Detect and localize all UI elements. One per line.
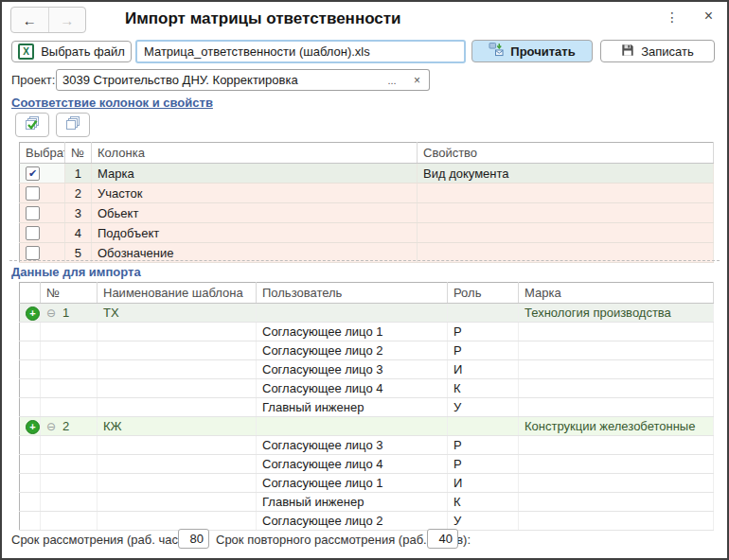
mapping-section-title[interactable]: Соответствие колонок и свойств xyxy=(11,96,213,110)
template-group-row[interactable]: +⊖1ТХТехнология производства xyxy=(20,304,714,323)
row-number: 4 xyxy=(65,223,92,243)
project-field[interactable]: 3039 Строительство ДНУ. Корректировка xyxy=(56,69,380,91)
unchecked-checkbox[interactable] xyxy=(26,226,40,240)
property-name xyxy=(418,184,714,203)
column-name: Обьект xyxy=(92,203,418,223)
user-name: Согласующее лицо 2 xyxy=(257,341,448,360)
mapping-row[interactable]: ✔1МаркаВид документа xyxy=(20,164,714,184)
add-cell: + xyxy=(20,304,41,323)
column-mapping-table: Выбрать № Колонка Свойство ✔1МаркаВид до… xyxy=(19,142,714,263)
choose-file-button[interactable]: X Выбрать файл xyxy=(11,41,132,62)
user-role-row[interactable]: Главный инженерУ xyxy=(20,398,714,417)
project-clear-button[interactable]: × xyxy=(405,69,430,91)
page-title: Импорт матрицы ответственности xyxy=(125,9,401,28)
user-role-row[interactable]: Главный инженерК xyxy=(20,493,714,512)
header-number: № xyxy=(65,143,92,164)
forward-arrow-icon: → xyxy=(60,12,74,28)
row-number: 2 xyxy=(65,184,92,203)
user-role-row[interactable]: Согласующее лицо 2Р xyxy=(20,341,714,360)
group-number-cell: ⊖1 xyxy=(41,304,98,323)
flags-toolbar xyxy=(15,113,90,137)
import-section-title: Данные для импорта xyxy=(11,265,141,279)
re-review-hours-input[interactable]: 40 xyxy=(427,529,458,549)
template-marka: Конструкции железобетонные xyxy=(519,417,714,436)
user-role-row[interactable]: Согласующее лицо 1Р xyxy=(20,323,714,341)
user-role-row[interactable]: Согласующее лицо 3И xyxy=(20,360,714,379)
group-number: 2 xyxy=(62,419,69,433)
user-name: Согласующее лицо 1 xyxy=(257,323,448,341)
save-floppy-icon xyxy=(621,44,634,60)
forward-button[interactable]: → xyxy=(49,8,86,32)
column-name: Участок xyxy=(92,184,418,203)
role-value: К xyxy=(448,379,519,398)
collapse-icon[interactable]: ⊖ xyxy=(46,420,56,433)
project-choose-button[interactable]: ... xyxy=(379,69,406,91)
row-number: 1 xyxy=(65,164,92,184)
mapping-row[interactable]: 3Обьект xyxy=(20,203,714,223)
write-button[interactable]: Записать xyxy=(600,40,715,62)
select-cell[interactable]: ✔ xyxy=(20,164,65,184)
role-value: У xyxy=(448,398,519,417)
group-number: 1 xyxy=(62,306,69,320)
import-responsibility-matrix-window: ← → Импорт матрицы ответственности ⋮ × X… xyxy=(0,0,729,560)
user-name: Согласующее лицо 2 xyxy=(257,512,448,531)
user-role-row[interactable]: Согласующее лицо 3Р xyxy=(20,436,714,455)
checked-checkbox[interactable]: ✔ xyxy=(26,166,40,181)
section-splitter[interactable] xyxy=(9,260,720,261)
user-name: Согласующее лицо 3 xyxy=(257,436,448,455)
header-template: Наименование шаблона xyxy=(98,283,257,304)
user-name: Главный инженер xyxy=(257,493,448,512)
template-name: КЖ xyxy=(98,417,257,436)
more-menu-icon[interactable]: ⋮ xyxy=(666,9,680,25)
property-name xyxy=(418,223,714,243)
user-name: Согласующее лицо 3 xyxy=(257,360,448,379)
add-icon[interactable]: + xyxy=(26,420,40,434)
column-name: Марка xyxy=(92,164,418,184)
collapse-icon[interactable]: ⊖ xyxy=(46,306,56,320)
header-select: Выбрать xyxy=(20,143,65,164)
template-name: ТХ xyxy=(98,304,257,323)
role-value: Р xyxy=(448,341,519,360)
unchecked-checkbox[interactable] xyxy=(26,206,40,220)
role-value: К xyxy=(448,493,519,512)
add-cell: + xyxy=(20,417,41,436)
select-cell[interactable] xyxy=(20,184,65,203)
read-envelope-icon xyxy=(489,43,504,60)
role-value: Р xyxy=(448,323,519,341)
row-number: 3 xyxy=(65,203,92,223)
role-value: И xyxy=(448,474,519,493)
unchecked-checkbox[interactable] xyxy=(26,186,40,201)
user-role-row[interactable]: Согласующее лицо 4Р xyxy=(20,455,714,474)
set-all-flags-button[interactable] xyxy=(15,113,49,137)
unchecked-checkbox[interactable] xyxy=(26,246,40,260)
mapping-row[interactable]: 2Участок xyxy=(20,184,714,203)
user-role-row[interactable]: Согласующее лицо 2У xyxy=(20,512,714,531)
select-cell[interactable] xyxy=(20,203,65,223)
back-arrow-icon: ← xyxy=(23,12,37,28)
review-hours-input[interactable]: 80 xyxy=(178,529,209,549)
close-icon[interactable]: × xyxy=(704,8,713,25)
import-table-body: +⊖1ТХТехнология производстваСогласующее … xyxy=(20,304,714,531)
read-label: Прочитать xyxy=(510,44,575,59)
file-name-input[interactable]: Матрица_ответственности (шаблон).xls xyxy=(135,40,466,63)
clear-all-flags-button[interactable] xyxy=(56,113,90,137)
header-number: № xyxy=(41,283,98,304)
select-cell[interactable] xyxy=(20,223,65,243)
nav-button-group: ← → xyxy=(10,7,86,33)
header-user: Пользователь xyxy=(257,283,448,304)
add-icon[interactable]: + xyxy=(26,306,40,321)
header-role: Роль xyxy=(448,283,519,304)
excel-icon: X xyxy=(18,44,34,60)
import-data-table: № Наименование шаблона Пользователь Роль… xyxy=(19,282,714,531)
user-role-row[interactable]: Согласующее лицо 1И xyxy=(20,474,714,493)
template-group-row[interactable]: +⊖2КЖКонструкции железобетонные xyxy=(20,417,714,436)
mapping-row[interactable]: 4Подобъект xyxy=(20,223,714,243)
back-button[interactable]: ← xyxy=(11,8,49,32)
user-role-row[interactable]: Согласующее лицо 4К xyxy=(20,379,714,398)
read-button[interactable]: Прочитать xyxy=(471,40,593,62)
review-hours-label: Срок рассмотрения (раб. часов): xyxy=(11,533,199,547)
mapping-table-body: ✔1МаркаВид документа2Участок3Обьект4Подо… xyxy=(20,164,714,263)
property-name xyxy=(418,203,714,223)
clear-all-flags-icon xyxy=(64,115,82,134)
group-number-cell: ⊖2 xyxy=(41,417,98,436)
